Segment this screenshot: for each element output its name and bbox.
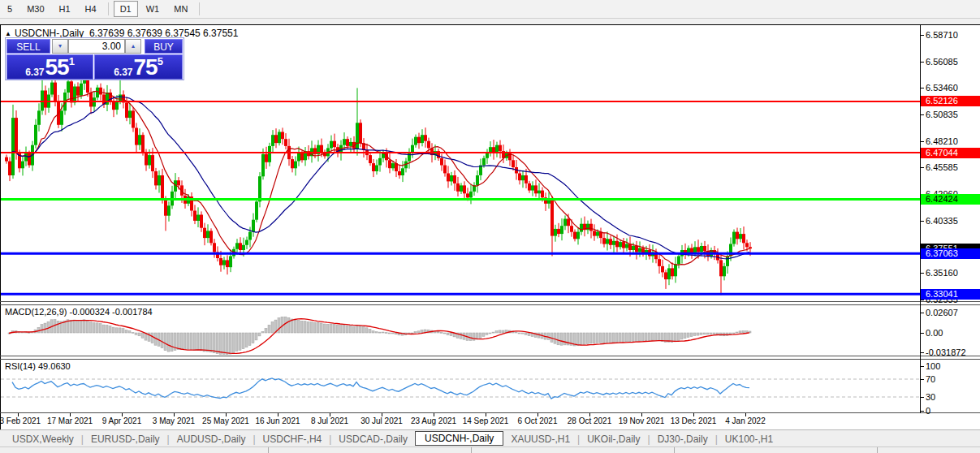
rsi-axis-label: 70 [926, 374, 935, 384]
sell-button[interactable]: SELL [6, 39, 50, 54]
hline-price-badge: 6.47044 [921, 148, 980, 158]
price-axis-label: 6.45585 [926, 162, 958, 172]
pane-splitter-line[interactable] [0, 301, 980, 302]
time-axis-label: 23 Feb 2021 [0, 416, 41, 425]
axis-tick [921, 397, 924, 398]
timeframe-button-d1[interactable]: D1 [114, 1, 138, 17]
price-axis-label: 6.35160 [926, 268, 958, 278]
mt4-window: 5M30H1H4D1W1MN ▲USDCNH-,Daily 6.37639 6.… [0, 0, 980, 453]
chart-tab-bar: USDX,Weekly|EURUSD-,Daily|AUDUSD-,Daily|… [0, 429, 980, 447]
time-axis-label: 9 Apr 2021 [102, 416, 141, 425]
hline-price-badge: 6.33041 [921, 289, 980, 300]
time-axis-label: 30 Jul 2021 [360, 416, 403, 425]
chart-tab-audusd[interactable]: AUDUSD-,Daily [170, 434, 253, 445]
pane-splitter-line[interactable] [0, 359, 980, 360]
price-axis-label: 6.50835 [926, 110, 958, 119]
axis-tick [921, 411, 924, 412]
sell-price-big: 55 [45, 57, 68, 78]
axis-tick [921, 366, 924, 367]
time-axis-label: 6 Oct 2021 [518, 416, 558, 425]
time-axis-label: 8 Jul 2021 [311, 416, 348, 425]
buy-price-sup: 5 [158, 57, 163, 67]
time-axis-label: 3 May 2021 [153, 416, 195, 425]
chart-tab-eurusd[interactable]: EURUSD-,Daily [84, 434, 167, 445]
chart-tab-dj30[interactable]: DJ30-,Daily [650, 434, 715, 445]
axis-tick [921, 62, 924, 63]
sell-price-button[interactable]: 6.37551 [6, 54, 93, 80]
time-axis-label: 16 Jun 2021 [255, 416, 300, 425]
one-click-trading-panel: SELL ▾ ▴ BUY 6.37551 6.37755 [5, 37, 184, 80]
timeframe-button-mn[interactable]: MN [167, 1, 194, 17]
chart-tab-xauusd[interactable]: XAUUSD-,H1 [503, 434, 577, 445]
rsi-value: 49.0630 [38, 361, 71, 371]
macd-indicator-label: MACD(12,26,9) -0.000324 -0.001784 [5, 307, 153, 317]
buy-price-prefix: 6.37 [114, 67, 132, 78]
rsi-indicator-label: RSI(14) 49.0630 [5, 361, 71, 371]
axis-tick [921, 379, 924, 380]
time-axis-label: 25 May 2021 [202, 416, 249, 425]
bottom-strip-tick [471, 447, 472, 453]
macd-axis-label: -0.031872 [926, 347, 966, 357]
time-axis-label: 17 Mar 2021 [47, 416, 93, 425]
axis-tick [921, 313, 924, 313]
volume-decrease-button[interactable]: ▾ [52, 39, 68, 54]
timeframe-button-h4[interactable]: H4 [79, 1, 103, 17]
bottom-strip-tick [674, 447, 675, 453]
chart-tab-usdx[interactable]: USDX,Weekly [5, 434, 81, 445]
chart-tab-uk100[interactable]: UK100-,H1 [718, 434, 780, 445]
axis-tick [921, 333, 924, 334]
chart-tab-usdcad[interactable]: USDCAD-,Daily [331, 434, 415, 445]
axis-tick [921, 141, 924, 142]
axis-tick [921, 167, 924, 168]
volume-input[interactable] [68, 39, 125, 54]
volume-increase-button[interactable]: ▴ [125, 39, 141, 54]
price-axis-label: 6.56085 [926, 57, 958, 67]
pane-splitter-line[interactable] [0, 356, 980, 356]
rsi-axis-label: 0 [926, 406, 930, 416]
timeframe-button-5[interactable]: 5 [1, 1, 19, 17]
timeframe-toolbar: 5M30H1H4D1W1MN [0, 0, 980, 19]
timeframe-button-h1[interactable]: H1 [53, 1, 77, 17]
pane-splitter-line[interactable] [0, 304, 980, 305]
price-axis-label: 6.58710 [926, 30, 958, 40]
time-axis-label: 14 Sep 2021 [463, 416, 509, 425]
buy-price-button[interactable]: 6.37755 [94, 54, 183, 80]
time-axis-label: 4 Jan 2022 [725, 416, 766, 425]
pane-splitter-line [0, 412, 980, 413]
hline-price-badge: 6.42424 [921, 194, 980, 205]
time-axis-label: 23 Aug 2021 [411, 416, 456, 425]
sell-price-prefix: 6.37 [25, 67, 44, 78]
rsi-pane-canvas[interactable] [1, 360, 920, 412]
bottom-strip [0, 447, 980, 453]
toolbar-gap [0, 19, 980, 24]
timeframe-button-w1[interactable]: W1 [140, 1, 166, 17]
hline-price-badge: 6.52126 [921, 96, 980, 106]
axis-tick [921, 273, 924, 274]
timeframe-button-m30[interactable]: M30 [20, 1, 50, 17]
buy-button[interactable]: BUY [145, 39, 183, 54]
toolbar-separator [108, 2, 109, 15]
axis-tick [921, 352, 924, 353]
macd-axis-label: 0.00 [926, 328, 943, 338]
price-axis-border [920, 25, 921, 413]
axis-tick [921, 221, 924, 222]
time-axis-label: 13 Dec 2021 [671, 416, 717, 425]
rsi-axis-label: 100 [926, 361, 940, 371]
time-axis-label: 19 Nov 2021 [619, 416, 665, 425]
axis-tick [921, 114, 924, 115]
bottom-strip-tick [268, 447, 269, 453]
sell-price-sup: 1 [69, 57, 75, 67]
macd-axis-label: 0.02607 [926, 308, 958, 317]
price-axis-label: 6.53460 [926, 83, 958, 93]
chart-tab-ukoil[interactable]: UKOil-,Daily [580, 434, 647, 445]
chart-tab-usdchf[interactable]: USDCHF-,H4 [256, 434, 330, 445]
buy-price-big: 75 [133, 57, 157, 78]
axis-tick [921, 88, 924, 88]
toolbar-separator [199, 2, 200, 15]
axis-tick [921, 300, 924, 300]
price-axis-label: 6.40335 [926, 216, 958, 226]
axis-tick [921, 35, 924, 36]
macd-values: -0.000324 -0.001784 [69, 307, 152, 317]
chart-tab-usdcnh[interactable]: USDCNH-,Daily [415, 431, 503, 446]
hline-price-badge: 6.37063 [921, 248, 980, 259]
